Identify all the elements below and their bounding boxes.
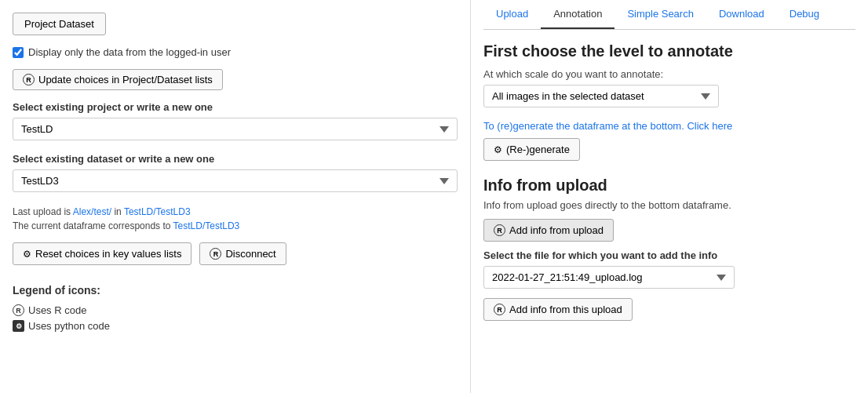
tab-simple-search[interactable]: Simple Search xyxy=(615,0,706,29)
r-legend-icon: R xyxy=(13,304,24,316)
tab-annotation[interactable]: Annotation xyxy=(541,0,615,29)
upload-description: Info from upload goes directly to the bo… xyxy=(483,199,855,211)
scale-sub-label: At which scale do you want to annotate: xyxy=(483,68,855,80)
reset-choices-button[interactable]: ⚙ Reset choices in key values lists xyxy=(13,242,191,265)
tabs-bar: Upload Annotation Simple Search Download… xyxy=(483,0,855,30)
python-legend-icon: ⚙ xyxy=(13,320,24,332)
checkbox-row: Display only the data from the logged-in… xyxy=(13,46,458,58)
reset-choices-label: Reset choices in key values lists xyxy=(35,248,181,260)
add-this-upload-label: Add info from this upload xyxy=(509,304,622,315)
legend-title: Legend of icons: xyxy=(13,284,458,297)
checkbox-label: Display only the data from the logged-in… xyxy=(28,46,231,58)
tab-debug[interactable]: Debug xyxy=(777,0,832,29)
select-dataset-label: Select existing dataset or write a new o… xyxy=(13,153,458,165)
r-icon-upload: R xyxy=(494,224,505,236)
update-choices-label: Update choices in Project/Dataset lists xyxy=(38,74,213,86)
last-upload-info: Last upload is Alex/test/ in TestLD/Test… xyxy=(13,205,458,233)
upload-section-title: Info from upload xyxy=(483,176,855,195)
action-buttons-row: ⚙ Reset choices in key values lists R Di… xyxy=(13,242,458,265)
legend-python-item: ⚙ Uses python code xyxy=(13,320,458,332)
add-info-upload-button[interactable]: R Add info from upload xyxy=(483,219,614,242)
legend-python-label: Uses python code xyxy=(28,320,110,332)
legend-r-item: R Uses R code xyxy=(13,304,458,316)
update-choices-button[interactable]: R Update choices in Project/Dataset list… xyxy=(13,69,223,90)
regenerate-button[interactable]: ⚙ (Re-)generate xyxy=(483,138,580,161)
r-icon-this-upload: R xyxy=(494,304,505,315)
regenerate-label: (Re-)generate xyxy=(506,144,570,155)
gear-regen-icon: ⚙ xyxy=(494,144,502,155)
right-panel: Upload Annotation Simple Search Download… xyxy=(471,0,868,393)
regen-description: To (re)generate the dataframe at the bot… xyxy=(483,120,855,132)
tab-download[interactable]: Download xyxy=(706,0,777,29)
add-this-upload-button[interactable]: R Add info from this upload xyxy=(483,298,633,321)
file-dropdown[interactable]: 2022-01-27_21:51:49_upload.log xyxy=(483,266,735,289)
scale-dropdown[interactable]: All images in the selected dataset xyxy=(483,85,719,107)
gear-icon: ⚙ xyxy=(23,249,31,260)
dataset-dropdown[interactable]: TestLD3 xyxy=(13,169,458,192)
project-dataset-button[interactable]: Project Dataset xyxy=(13,13,106,35)
left-panel: Project Dataset Display only the data fr… xyxy=(0,0,471,393)
r-icon: R xyxy=(23,74,35,86)
regen-desc-text: To (re)generate the dataframe at the bot… xyxy=(483,120,709,132)
disconnect-label: Disconnect xyxy=(225,248,275,260)
select-project-label: Select existing project or write a new o… xyxy=(13,101,458,113)
main-section-title: First choose the level to annotate xyxy=(483,42,855,60)
legend-r-label: Uses R code xyxy=(28,304,86,316)
r-icon-disconnect: R xyxy=(210,248,221,260)
disconnect-button[interactable]: R Disconnect xyxy=(199,242,286,265)
file-select-label: Select the file for which you want to ad… xyxy=(483,249,855,261)
tab-upload[interactable]: Upload xyxy=(483,0,541,29)
logged-in-user-checkbox[interactable] xyxy=(13,47,24,58)
project-dropdown[interactable]: TestLD xyxy=(13,118,458,140)
add-info-upload-label: Add info from upload xyxy=(509,224,604,236)
regen-desc-link[interactable]: here xyxy=(712,120,732,132)
